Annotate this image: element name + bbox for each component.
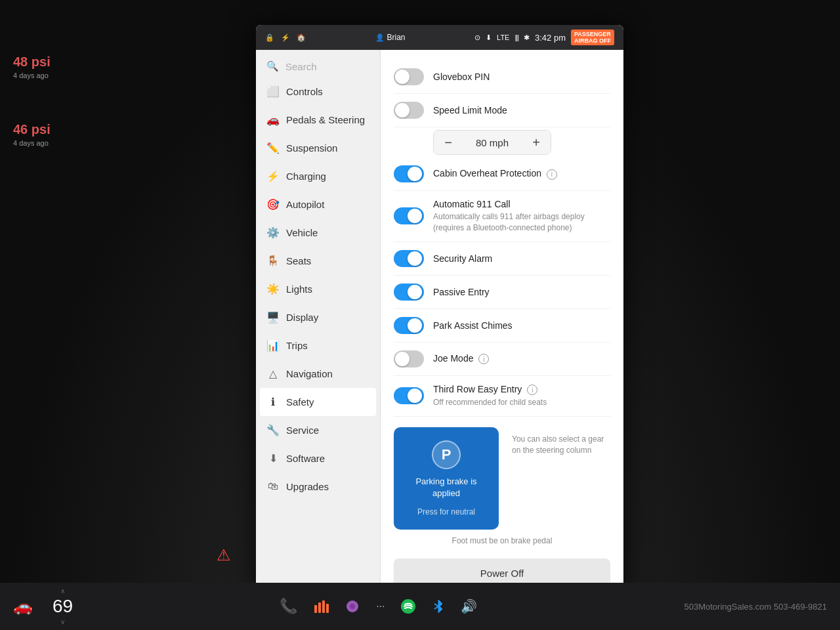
tire-pressure-front: 48 psi 4 days ago bbox=[13, 52, 51, 81]
status-bar: 🔒 ⚡ 🏠 👤 Brian ⊙ ⬇ LTE ||| ✱ 3:42 pm PASS… bbox=[256, 25, 623, 50]
cabin-overheat-knob bbox=[408, 167, 422, 181]
sidebar-item-lights[interactable]: ☀️ Lights bbox=[256, 275, 380, 303]
status-center: 👤 Brian bbox=[375, 33, 406, 42]
sidebar-item-service[interactable]: 🔧 Service bbox=[256, 416, 380, 444]
parking-neutral-label: Press for neutral bbox=[417, 507, 475, 516]
security-alarm-info: Security Alarm bbox=[433, 253, 610, 264]
user-name: Brian bbox=[387, 33, 406, 42]
taskbar-phone-icon[interactable]: 📞 bbox=[280, 598, 297, 615]
glovebox-info: Glovebox PIN bbox=[433, 72, 610, 82]
taskbar: 🚗 ∧ 69 ∨ 📞 ··· bbox=[0, 583, 840, 630]
park-assist-setting: Park Assist Chimes bbox=[394, 309, 610, 343]
glovebox-setting: Glovebox PIN bbox=[394, 60, 610, 94]
speed-limit-label: Speed Limit Mode bbox=[433, 105, 610, 116]
security-alarm-knob bbox=[408, 251, 422, 266]
taskbar-volume-icon[interactable]: 🔊 bbox=[461, 598, 477, 614]
parking-footnote: Foot must be on brake pedal bbox=[394, 536, 610, 545]
status-left: 🔒 ⚡ 🏠 bbox=[265, 33, 306, 42]
svg-rect-3 bbox=[326, 604, 329, 613]
svg-rect-1 bbox=[318, 602, 321, 613]
taskbar-speed-display[interactable]: ∧ 69 ∨ bbox=[52, 587, 73, 625]
controls-icon: ⬜ bbox=[266, 85, 280, 98]
parking-brake-card[interactable]: P Parking brake is applied Press for neu… bbox=[394, 427, 499, 530]
pedals-icon: 🚗 bbox=[266, 114, 280, 126]
taskbar-car-icon[interactable]: 🚗 bbox=[13, 597, 33, 616]
search-bar[interactable]: 🔍 Search bbox=[256, 55, 380, 77]
sidebar-item-controls[interactable]: ⬜ Controls bbox=[256, 77, 380, 106]
cabin-overheat-info: Cabin Overheat Protection i bbox=[433, 168, 610, 180]
parking-p-icon: P bbox=[432, 440, 461, 469]
auto-911-toggle[interactable] bbox=[394, 207, 424, 224]
tire-pressure-rear: 46 psi 4 days ago bbox=[13, 120, 51, 148]
joe-mode-info-icon[interactable]: i bbox=[478, 354, 489, 364]
speed-increase-button[interactable]: + bbox=[522, 131, 551, 154]
user-icon: 👤 bbox=[375, 33, 385, 42]
parking-brake-title: Parking brake is applied bbox=[407, 476, 486, 499]
svg-rect-0 bbox=[314, 605, 317, 613]
parking-brake-section: P Parking brake is applied Press for neu… bbox=[394, 427, 610, 545]
taskbar-music-icon[interactable] bbox=[313, 598, 329, 614]
park-assist-knob bbox=[408, 318, 422, 333]
safety-icon: ℹ bbox=[266, 396, 280, 408]
glovebox-knob bbox=[395, 70, 410, 84]
svg-point-6 bbox=[401, 599, 415, 614]
current-speed: 69 bbox=[52, 596, 73, 617]
speed-down-chevron: ∨ bbox=[60, 618, 65, 625]
park-assist-toggle[interactable] bbox=[394, 317, 424, 334]
passive-entry-setting: Passive Entry bbox=[394, 276, 610, 309]
speed-decrease-button[interactable]: − bbox=[434, 131, 463, 154]
speed-up-chevron: ∧ bbox=[60, 587, 65, 595]
cabin-overheat-info-icon[interactable]: i bbox=[547, 169, 557, 180]
upgrades-icon: 🛍 bbox=[266, 480, 280, 492]
joe-mode-setting: Joe Mode i bbox=[394, 343, 610, 376]
third-row-setting: Third Row Easy Entry i Off recommended f… bbox=[394, 376, 610, 417]
taskbar-dots-icon[interactable]: ··· bbox=[376, 600, 385, 612]
lock-icon: 🔒 bbox=[265, 33, 274, 42]
sidebar-item-safety[interactable]: ℹ Safety bbox=[260, 388, 376, 416]
sidebar-item-autopilot[interactable]: 🎯 Autopilot bbox=[256, 190, 380, 219]
sidebar-item-charging[interactable]: ⚡ Charging bbox=[256, 162, 380, 190]
warning-icon: ⚠ bbox=[217, 546, 231, 564]
passive-entry-info: Passive Entry bbox=[433, 287, 610, 297]
download-icon: ⬇ bbox=[486, 33, 492, 42]
sidebar-item-navigation[interactable]: △ Navigation bbox=[256, 360, 380, 388]
third-row-subtitle: Off recommended for child seats bbox=[433, 397, 610, 408]
joe-mode-label: Joe Mode i bbox=[433, 353, 610, 365]
cabin-overheat-toggle[interactable] bbox=[394, 165, 424, 182]
svg-point-5 bbox=[350, 604, 355, 609]
speed-limit-toggle[interactable] bbox=[394, 102, 424, 119]
security-alarm-toggle[interactable] bbox=[394, 250, 424, 267]
taskbar-camera-icon[interactable] bbox=[345, 598, 360, 614]
third-row-info-icon[interactable]: i bbox=[527, 385, 537, 395]
software-icon: ⬇ bbox=[266, 452, 280, 465]
taskbar-spotify-icon[interactable] bbox=[400, 598, 416, 614]
sidebar: 🔍 Search ⬜ Controls 🚗 Pedals & Steering … bbox=[256, 50, 381, 602]
third-row-knob bbox=[408, 388, 422, 403]
sidebar-item-trips[interactable]: 📊 Trips bbox=[256, 331, 380, 360]
sidebar-item-seats[interactable]: 🪑 Seats bbox=[256, 247, 380, 275]
third-row-toggle[interactable] bbox=[394, 387, 424, 404]
glovebox-toggle[interactable] bbox=[394, 68, 424, 85]
sidebar-item-vehicle[interactable]: ⚙️ Vehicle bbox=[256, 219, 380, 247]
display-icon: 🖥️ bbox=[266, 311, 280, 324]
main-panel: Glovebox PIN Speed Limit Mode − 80 mph + bbox=[381, 50, 623, 602]
sidebar-item-suspension[interactable]: ✏️ Suspension bbox=[256, 134, 380, 162]
sidebar-item-pedals[interactable]: 🚗 Pedals & Steering bbox=[256, 106, 380, 134]
signal-bars: ||| bbox=[514, 33, 518, 41]
sidebar-item-display[interactable]: 🖥️ Display bbox=[256, 303, 380, 331]
sidebar-item-upgrades[interactable]: 🛍 Upgrades bbox=[256, 472, 380, 500]
park-assist-label: Park Assist Chimes bbox=[433, 320, 610, 331]
passive-entry-toggle[interactable] bbox=[394, 284, 424, 301]
taskbar-bluetooth-icon[interactable] bbox=[432, 598, 445, 614]
clock: 3:42 pm bbox=[535, 33, 566, 43]
joe-mode-toggle[interactable] bbox=[394, 350, 424, 368]
third-row-info: Third Row Easy Entry i Off recommended f… bbox=[433, 384, 610, 408]
park-assist-info: Park Assist Chimes bbox=[433, 320, 610, 331]
sidebar-item-software[interactable]: ⬇ Software bbox=[256, 444, 380, 472]
autopilot-icon: 🎯 bbox=[266, 198, 280, 211]
security-alarm-label: Security Alarm bbox=[433, 253, 610, 264]
search-icon: 🔍 bbox=[266, 60, 279, 72]
auto-911-label: Automatic 911 Call bbox=[433, 199, 610, 209]
svg-rect-2 bbox=[322, 600, 325, 613]
charging-icon: ⚡ bbox=[266, 170, 280, 182]
